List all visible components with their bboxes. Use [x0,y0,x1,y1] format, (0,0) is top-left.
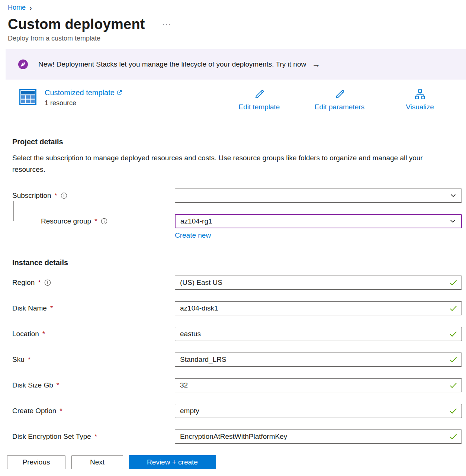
disk-size-input[interactable]: 32 [175,378,462,392]
deployment-stacks-banner[interactable]: New! Deployment Stacks let you manage th… [6,49,466,80]
subscription-row: Subscription * [0,189,466,203]
breadcrumb-home-link[interactable]: Home [8,4,26,12]
disk-encryption-set-type-input[interactable]: EncryptionAtRestWithPlatformKey [175,430,462,444]
region-row: Region * (US) East US [0,276,466,290]
info-icon[interactable] [44,279,51,286]
chevron-right-icon: › [29,4,32,12]
breadcrumb: Home › [8,4,466,12]
location-row: Location * eastus [0,327,466,341]
disk-name-value: az104-disk1 [180,304,218,312]
disk-size-value: 32 [180,381,188,389]
previous-button[interactable]: Previous [7,455,65,469]
disk-name-input[interactable]: az104-disk1 [175,301,462,315]
checkmark-icon [450,331,457,337]
create-option-label: Create Option [12,407,56,415]
required-asterisk: * [55,192,57,200]
required-asterisk: * [50,304,53,312]
customized-template-link[interactable]: Customized template [45,89,115,97]
review-create-button[interactable]: Review + create [129,455,216,469]
checkmark-icon [450,408,457,414]
pencil-icon [254,89,265,102]
create-option-input[interactable]: empty [175,404,462,418]
disk-size-row: Disk Size Gb * 32 [0,378,466,392]
disk-encryption-set-type-row: Disk Encryption Set Type * EncryptionAtR… [0,430,466,444]
chevron-down-icon [450,193,456,199]
disk-name-label: Disk Name [12,304,47,312]
required-asterisk: * [57,381,59,389]
disk-size-label: Disk Size Gb [12,381,53,389]
title-row: Custom deployment ··· [8,16,466,32]
sku-label: Sku [12,356,25,364]
required-asterisk: * [94,217,97,225]
resource-group-row: Resource group * az104-rg1 [0,214,466,228]
edit-parameters-label: Edit parameters [315,103,364,111]
checkmark-icon [450,305,457,311]
rocket-icon [18,60,28,69]
location-label: Location [12,330,39,338]
next-button[interactable]: Next [71,455,123,469]
sku-input[interactable]: Standard_LRS [175,353,462,367]
page-subtitle: Deploy from a custom template [8,35,466,42]
instance-details-heading: Instance details [12,258,466,267]
required-asterisk: * [94,432,97,441]
more-menu-icon[interactable]: ··· [162,20,171,29]
disk-encryption-set-type-label: Disk Encryption Set Type [12,432,91,441]
create-option-value: empty [180,407,199,415]
visualize-label: Visualize [406,103,434,111]
create-new-row: Create new [175,231,466,239]
location-value: eastus [180,330,201,338]
banner-message: New! Deployment Stacks let you manage th… [38,60,306,68]
hierarchy-connector-line [13,201,35,221]
edit-template-button[interactable]: Edit template [219,89,299,111]
region-input[interactable]: (US) East US [175,276,462,290]
resource-group-dropdown[interactable]: az104-rg1 [175,214,462,228]
template-resource-count: 1 resource [45,99,122,107]
info-icon[interactable] [101,218,107,225]
required-asterisk: * [28,356,30,364]
region-value: (US) East US [180,279,222,287]
resource-group-value: az104-rg1 [180,217,212,225]
required-asterisk: * [42,330,45,338]
footer-bar: Previous Next Review + create [0,448,466,476]
checkmark-icon [450,280,457,286]
disk-encryption-set-type-value: EncryptionAtRestWithPlatformKey [180,432,287,441]
project-details-form: Subscription * Resourc [0,189,466,239]
template-actions: Edit template Edit parameters [219,89,460,111]
sku-value: Standard_LRS [180,356,226,364]
required-asterisk: * [38,279,41,287]
region-label: Region [12,279,35,287]
external-link-icon [117,89,122,97]
visualize-button[interactable]: Visualize [380,89,460,111]
create-option-row: Create Option * empty [0,404,466,418]
required-asterisk: * [60,407,62,415]
template-icon [19,89,36,105]
sku-row: Sku * Standard_LRS [0,353,466,367]
instance-details-form: Region * (US) East US Disk Na [0,276,466,444]
chevron-down-icon [450,218,456,225]
location-input[interactable]: eastus [175,327,462,341]
page-title: Custom deployment [8,16,145,32]
resource-group-label: Resource group [41,217,91,225]
edit-parameters-button[interactable]: Edit parameters [299,89,380,111]
checkmark-icon [450,434,457,440]
subscription-dropdown[interactable] [175,189,462,203]
arrow-right-icon[interactable]: → [312,60,320,68]
project-details-heading: Project details [12,138,466,146]
edit-template-label: Edit template [239,103,280,111]
pencil-icon [334,89,346,102]
hierarchy-icon [414,89,426,102]
template-card: Customized template 1 resource [0,89,466,121]
custom-deployment-page: Home › Custom deployment ··· Deploy from… [0,4,466,444]
disk-name-row: Disk Name * az104-disk1 [0,301,466,315]
subscription-label: Subscription [12,192,51,200]
create-new-link[interactable]: Create new [175,231,211,239]
info-icon[interactable] [61,192,67,199]
checkmark-icon [450,382,457,388]
project-details-description: Select the subscription to manage deploy… [12,152,440,175]
checkmark-icon [450,357,457,363]
template-info: Customized template 1 resource [45,89,122,107]
